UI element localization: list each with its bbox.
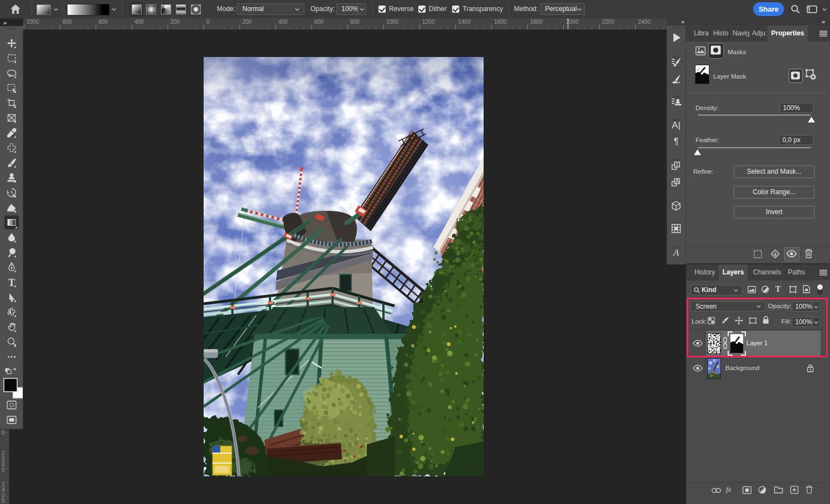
svg-text:1: 1 [676,162,678,167]
svg-text:¶: ¶ [674,137,679,146]
svg-text:A: A [673,247,679,258]
svg-text:A|: A| [672,120,681,131]
svg-text:T: T [8,277,15,288]
svg-text:A: A [675,178,679,184]
